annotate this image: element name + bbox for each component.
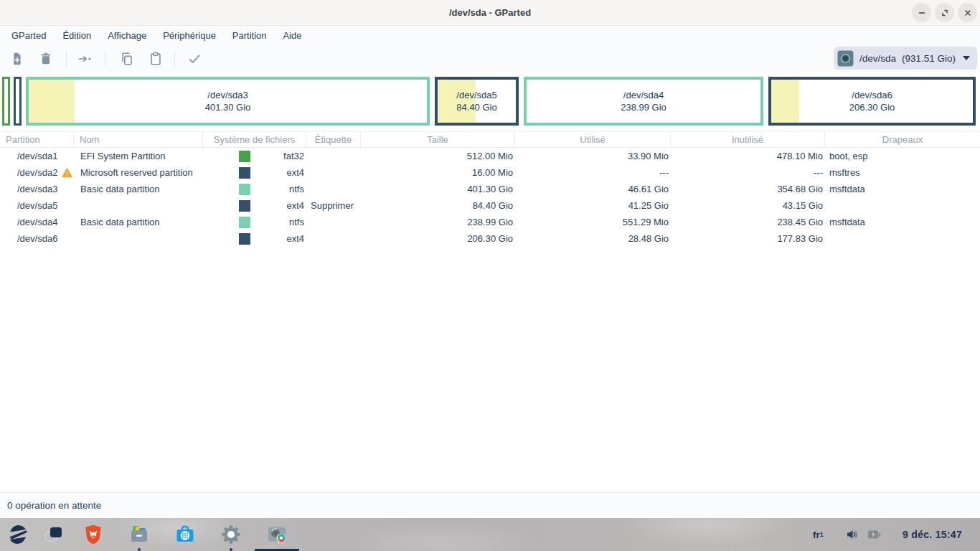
partition-size: 16.00 Mio bbox=[361, 164, 515, 181]
software-store-icon bbox=[173, 522, 197, 547]
column-header-drapeaux[interactable]: Drapeaux bbox=[825, 132, 980, 147]
partition-unused: 177.83 Gio bbox=[671, 230, 825, 247]
partition-name: Basic data partition bbox=[74, 181, 203, 197]
column-header-partition[interactable]: Partition bbox=[0, 132, 74, 147]
filesystem-color-swatch bbox=[239, 167, 250, 179]
paste-icon bbox=[148, 51, 164, 67]
column-header-utilise[interactable]: Utilisé bbox=[515, 132, 671, 147]
menu-edition[interactable]: Édition bbox=[57, 28, 97, 43]
restore-icon bbox=[940, 8, 950, 18]
partition-used: 28.48 Gio bbox=[515, 230, 671, 247]
filesystem-color-swatch bbox=[239, 200, 250, 212]
partition-unused: --- bbox=[671, 164, 825, 181]
table-row-sda1[interactable]: /dev/sda1 EFI System Partition fat32 512… bbox=[0, 148, 980, 164]
resize-move-button[interactable] bbox=[75, 50, 94, 68]
titlebar: /dev/sda - GParted bbox=[0, 0, 980, 26]
filesystem-type: ntfs bbox=[250, 214, 306, 230]
menu-gparted[interactable]: GParted bbox=[6, 28, 52, 43]
partition-flags bbox=[825, 197, 980, 214]
menu-affichage[interactable]: Affichage bbox=[102, 28, 152, 43]
running-indicator-settings bbox=[230, 548, 232, 551]
partition-flags: msftdata bbox=[825, 214, 980, 230]
partition-name: Basic data partition bbox=[74, 214, 203, 230]
table-row-sda2[interactable]: /dev/sda2 Microsoft reserved partition e… bbox=[0, 164, 980, 181]
partition-label bbox=[306, 181, 361, 197]
gparted-app-button[interactable] bbox=[265, 522, 289, 547]
window-title: /dev/sda - GParted bbox=[0, 0, 980, 26]
segment-size: 401.30 Gio bbox=[205, 101, 251, 113]
filesystem-type: ext4 bbox=[250, 197, 306, 214]
disk-icon bbox=[837, 50, 854, 67]
minimize-button[interactable] bbox=[912, 3, 931, 22]
column-header-inutilise[interactable]: Inutilisé bbox=[671, 132, 825, 147]
table-row-sda4[interactable]: /dev/sda4 Basic data partition ntfs 238.… bbox=[0, 214, 980, 230]
column-header-nom[interactable]: Nom bbox=[74, 132, 203, 147]
filesystem-type: ext4 bbox=[250, 230, 306, 247]
file-manager-icon bbox=[127, 522, 151, 547]
brave-browser-button[interactable] bbox=[81, 522, 105, 547]
volume-button[interactable] bbox=[845, 527, 859, 545]
partition-name bbox=[74, 197, 203, 214]
partition-visual-bar: /dev/sda3 401.30 Gio /dev/sda5 84.40 Gio… bbox=[0, 72, 980, 131]
column-header-taille[interactable]: Taille bbox=[361, 132, 515, 147]
partition-device: /dev/sda4 bbox=[17, 214, 57, 230]
menu-peripherique[interactable]: Périphérique bbox=[157, 28, 222, 43]
segment-device: /dev/sda6 bbox=[852, 89, 892, 101]
column-header-systeme[interactable]: Système de fichiers bbox=[203, 132, 306, 147]
running-indicator-files bbox=[138, 548, 141, 551]
partition-flags: boot, esp bbox=[825, 148, 980, 164]
partition-used: 551.29 Mio bbox=[515, 214, 671, 230]
window-switcher-button[interactable] bbox=[42, 522, 66, 547]
close-button[interactable] bbox=[958, 3, 977, 22]
delete-partition-button[interactable] bbox=[37, 50, 55, 68]
copy-button[interactable] bbox=[118, 50, 136, 68]
partition-name: EFI System Partition bbox=[74, 148, 203, 164]
menubar: GParted Édition Affichage Périphérique P… bbox=[0, 27, 980, 44]
settings-button[interactable] bbox=[219, 522, 243, 547]
partition-used: 33.90 Mio bbox=[515, 148, 671, 164]
partition-segment-sda6[interactable]: /dev/sda6 206.30 Gio bbox=[768, 77, 976, 126]
partition-segment-sda3[interactable]: /dev/sda3 401.30 Gio bbox=[26, 77, 430, 126]
partition-segment-sda4[interactable]: /dev/sda4 238.99 Gio bbox=[524, 77, 763, 126]
menu-partition[interactable]: Partition bbox=[227, 28, 273, 43]
paste-button[interactable] bbox=[146, 50, 165, 68]
partition-flags: msftdata bbox=[825, 181, 980, 197]
partition-device: /dev/sda5 bbox=[17, 197, 57, 214]
partition-segment-sda5[interactable]: /dev/sda5 84.40 Gio bbox=[435, 77, 519, 126]
table-row-sda6[interactable]: /dev/sda6 ext4 206.30 Gio 28.48 Gio 177.… bbox=[0, 230, 980, 247]
gear-icon bbox=[220, 523, 242, 546]
device-selector[interactable]: /dev/sda (931.51 Gio) bbox=[834, 47, 977, 70]
partition-segment-sda2[interactable] bbox=[14, 77, 22, 126]
partition-used: 41.25 Gio bbox=[515, 197, 671, 214]
battery-indicator[interactable] bbox=[867, 529, 881, 543]
filesystem-type: ntfs bbox=[250, 181, 306, 197]
table-row-sda3[interactable]: /dev/sda3 Basic data partition ntfs 401.… bbox=[0, 181, 980, 197]
apply-operations-button[interactable] bbox=[185, 50, 204, 68]
partition-size: 238.99 Gio bbox=[361, 214, 515, 230]
partition-unused: 43.15 Gio bbox=[671, 197, 825, 214]
partition-used: 46.61 Gio bbox=[515, 181, 671, 197]
partition-label bbox=[306, 148, 361, 164]
menu-aide[interactable]: Aide bbox=[278, 28, 308, 43]
warning-icon bbox=[62, 168, 72, 178]
software-store-button[interactable] bbox=[173, 522, 197, 547]
keyboard-layout-indicator[interactable]: fr1 bbox=[813, 518, 824, 551]
filesystem-color-swatch bbox=[239, 233, 250, 245]
toolbar: /dev/sda (931.51 Gio) bbox=[0, 44, 980, 72]
partition-device: /dev/sda1 bbox=[17, 148, 57, 164]
clock[interactable]: 9 déc. 15:47 bbox=[903, 518, 962, 551]
statusbar: 0 opération en attente bbox=[0, 492, 980, 518]
partition-segment-sda1[interactable] bbox=[2, 77, 10, 126]
filesystem-type: ext4 bbox=[250, 164, 306, 181]
zorin-menu-button[interactable] bbox=[6, 522, 30, 547]
filesystem-color-swatch bbox=[239, 217, 250, 228]
column-header-etiquette[interactable]: Étiquette bbox=[306, 132, 361, 147]
restore-button[interactable] bbox=[935, 3, 954, 22]
device-size: (931.51 Gio) bbox=[902, 53, 956, 64]
file-manager-button[interactable] bbox=[127, 522, 151, 547]
filesystem-type: fat32 bbox=[250, 148, 306, 164]
new-partition-button[interactable] bbox=[8, 50, 27, 68]
segment-size: 238.99 Gio bbox=[621, 101, 666, 113]
table-row-sda5[interactable]: /dev/sda5 ext4 Supprimer 84.40 Gio 41.25… bbox=[0, 197, 980, 214]
gparted-app-icon bbox=[265, 522, 289, 547]
